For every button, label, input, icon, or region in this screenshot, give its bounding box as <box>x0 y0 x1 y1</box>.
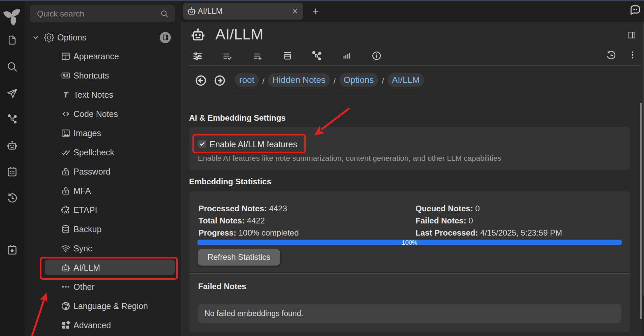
svg-text:T: T <box>63 90 69 99</box>
